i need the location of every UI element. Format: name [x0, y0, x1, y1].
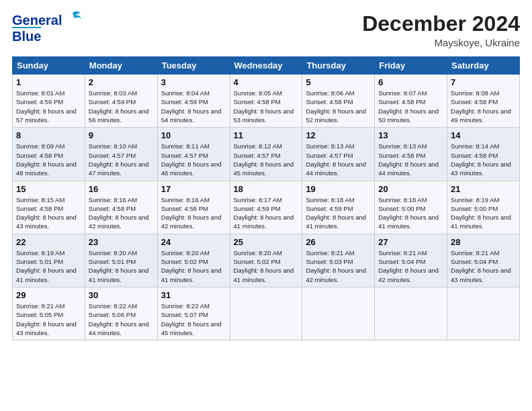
logo-bird-icon — [63, 9, 82, 28]
calendar-cell: 17 Sunrise: 8:16 AMSunset: 4:58 PMDaylig… — [157, 181, 230, 234]
calendar-cell: 20 Sunrise: 8:18 AMSunset: 5:00 PMDaylig… — [375, 181, 447, 234]
calendar-week-row: 22 Sunrise: 8:19 AMSunset: 5:01 PMDaylig… — [13, 234, 520, 287]
day-number: 26 — [306, 237, 371, 247]
day-number: 16 — [89, 184, 154, 194]
cell-info: Sunrise: 8:22 AMSunset: 5:06 PMDaylight:… — [89, 302, 149, 336]
calendar-cell: 21 Sunrise: 8:19 AMSunset: 5:00 PMDaylig… — [447, 181, 520, 234]
day-number: 11 — [234, 130, 299, 140]
calendar-cell — [447, 287, 520, 340]
day-number: 28 — [451, 237, 516, 247]
cell-info: Sunrise: 8:17 AMSunset: 4:59 PMDaylight:… — [234, 196, 294, 230]
day-number: 20 — [378, 184, 443, 194]
day-number: 4 — [234, 77, 299, 87]
day-number: 27 — [378, 237, 443, 247]
col-sunday: Sunday — [13, 57, 85, 75]
calendar-cell: 15 Sunrise: 8:15 AMSunset: 4:58 PMDaylig… — [13, 181, 85, 234]
cell-info: Sunrise: 8:03 AMSunset: 4:59 PMDaylight:… — [89, 89, 149, 124]
cell-info: Sunrise: 8:08 AMSunset: 4:58 PMDaylight:… — [451, 89, 511, 124]
day-number: 15 — [16, 184, 81, 194]
col-monday: Monday — [85, 57, 157, 75]
cell-info: Sunrise: 8:12 AMSunset: 4:57 PMDaylight:… — [234, 142, 294, 177]
calendar-cell: 12 Sunrise: 8:13 AMSunset: 4:57 PMDaylig… — [302, 128, 375, 181]
cell-info: Sunrise: 8:01 AMSunset: 4:59 PMDaylight:… — [16, 89, 77, 124]
day-number: 18 — [234, 184, 299, 194]
cell-info: Sunrise: 8:13 AMSunset: 4:57 PMDaylight:… — [306, 142, 366, 177]
calendar-cell: 26 Sunrise: 8:21 AMSunset: 5:03 PMDaylig… — [302, 234, 375, 287]
cell-info: Sunrise: 8:13 AMSunset: 4:58 PMDaylight:… — [378, 142, 439, 177]
day-number: 22 — [16, 237, 81, 247]
page: General Blue December 2024 Mayskoye, Ukr… — [0, 0, 532, 411]
day-number: 21 — [451, 184, 516, 194]
calendar-cell — [230, 287, 302, 340]
calendar-cell: 13 Sunrise: 8:13 AMSunset: 4:58 PMDaylig… — [375, 128, 447, 181]
cell-info: Sunrise: 8:19 AMSunset: 5:01 PMDaylight:… — [16, 249, 77, 283]
day-number: 30 — [89, 290, 154, 300]
cell-info: Sunrise: 8:16 AMSunset: 4:58 PMDaylight:… — [161, 196, 222, 230]
cell-info: Sunrise: 8:10 AMSunset: 4:57 PMDaylight:… — [89, 142, 149, 177]
col-thursday: Thursday — [302, 57, 375, 75]
col-tuesday: Tuesday — [157, 57, 230, 75]
cell-info: Sunrise: 8:07 AMSunset: 4:58 PMDaylight:… — [378, 89, 439, 124]
cell-info: Sunrise: 8:06 AMSunset: 4:58 PMDaylight:… — [306, 89, 366, 124]
logo-text: General — [12, 13, 62, 28]
cell-info: Sunrise: 8:22 AMSunset: 5:07 PMDaylight:… — [161, 302, 222, 336]
calendar-cell: 2 Sunrise: 8:03 AMSunset: 4:59 PMDayligh… — [85, 75, 157, 128]
calendar-week-row: 15 Sunrise: 8:15 AMSunset: 4:58 PMDaylig… — [13, 181, 520, 234]
cell-info: Sunrise: 8:20 AMSunset: 5:01 PMDaylight:… — [89, 249, 149, 283]
day-number: 5 — [306, 77, 371, 87]
calendar-cell: 6 Sunrise: 8:07 AMSunset: 4:58 PMDayligh… — [375, 75, 447, 128]
calendar-cell: 22 Sunrise: 8:19 AMSunset: 5:01 PMDaylig… — [13, 234, 85, 287]
calendar-cell: 4 Sunrise: 8:05 AMSunset: 4:58 PMDayligh… — [230, 75, 302, 128]
calendar-cell: 5 Sunrise: 8:06 AMSunset: 4:58 PMDayligh… — [302, 75, 375, 128]
calendar-week-row: 8 Sunrise: 8:09 AMSunset: 4:58 PMDayligh… — [13, 128, 520, 181]
title-block: December 2024 Mayskoye, Ukraine — [362, 12, 520, 48]
cell-info: Sunrise: 8:11 AMSunset: 4:57 PMDaylight:… — [161, 142, 222, 177]
cell-info: Sunrise: 8:19 AMSunset: 5:00 PMDaylight:… — [451, 196, 511, 230]
calendar-cell: 7 Sunrise: 8:08 AMSunset: 4:58 PMDayligh… — [447, 75, 520, 128]
calendar-cell: 30 Sunrise: 8:22 AMSunset: 5:06 PMDaylig… — [85, 287, 157, 340]
day-number: 17 — [161, 184, 226, 194]
day-number: 14 — [451, 130, 516, 140]
calendar-cell: 28 Sunrise: 8:21 AMSunset: 5:04 PMDaylig… — [447, 234, 520, 287]
calendar-cell — [375, 287, 447, 340]
logo: General Blue — [12, 12, 82, 44]
calendar-week-row: 29 Sunrise: 8:21 AMSunset: 5:05 PMDaylig… — [13, 287, 520, 340]
cell-info: Sunrise: 8:16 AMSunset: 4:58 PMDaylight:… — [89, 196, 149, 230]
calendar-cell: 24 Sunrise: 8:20 AMSunset: 5:02 PMDaylig… — [157, 234, 230, 287]
calendar-cell: 31 Sunrise: 8:22 AMSunset: 5:07 PMDaylig… — [157, 287, 230, 340]
col-wednesday: Wednesday — [230, 57, 302, 75]
cell-info: Sunrise: 8:15 AMSunset: 4:58 PMDaylight:… — [16, 196, 77, 230]
calendar-cell: 14 Sunrise: 8:14 AMSunset: 4:58 PMDaylig… — [447, 128, 520, 181]
cell-info: Sunrise: 8:14 AMSunset: 4:58 PMDaylight:… — [451, 142, 511, 177]
day-number: 10 — [161, 130, 226, 140]
cell-info: Sunrise: 8:21 AMSunset: 5:03 PMDaylight:… — [306, 249, 366, 283]
calendar-cell: 11 Sunrise: 8:12 AMSunset: 4:57 PMDaylig… — [230, 128, 302, 181]
calendar-cell: 27 Sunrise: 8:21 AMSunset: 5:04 PMDaylig… — [375, 234, 447, 287]
calendar-cell — [302, 287, 375, 340]
cell-info: Sunrise: 8:18 AMSunset: 5:00 PMDaylight:… — [378, 196, 439, 230]
day-number: 29 — [16, 290, 81, 300]
calendar-header-row: Sunday Monday Tuesday Wednesday Thursday… — [13, 57, 520, 75]
day-number: 31 — [161, 290, 226, 300]
location: Mayskoye, Ukraine — [362, 37, 520, 48]
calendar-cell: 16 Sunrise: 8:16 AMSunset: 4:58 PMDaylig… — [85, 181, 157, 234]
cell-info: Sunrise: 8:20 AMSunset: 5:02 PMDaylight:… — [161, 249, 222, 283]
col-saturday: Saturday — [447, 57, 520, 75]
day-number: 12 — [306, 130, 371, 140]
cell-info: Sunrise: 8:21 AMSunset: 5:04 PMDaylight:… — [378, 249, 439, 283]
cell-info: Sunrise: 8:21 AMSunset: 5:04 PMDaylight:… — [451, 249, 511, 283]
day-number: 19 — [306, 184, 371, 194]
calendar-week-row: 1 Sunrise: 8:01 AMSunset: 4:59 PMDayligh… — [13, 75, 520, 128]
day-number: 9 — [89, 130, 154, 140]
calendar-cell: 10 Sunrise: 8:11 AMSunset: 4:57 PMDaylig… — [157, 128, 230, 181]
header: General Blue December 2024 Mayskoye, Ukr… — [12, 12, 520, 48]
day-number: 23 — [89, 237, 154, 247]
day-number: 8 — [16, 130, 81, 140]
day-number: 13 — [378, 130, 443, 140]
cell-info: Sunrise: 8:05 AMSunset: 4:58 PMDaylight:… — [234, 89, 294, 124]
cell-info: Sunrise: 8:18 AMSunset: 4:59 PMDaylight:… — [306, 196, 366, 230]
cell-info: Sunrise: 8:09 AMSunset: 4:58 PMDaylight:… — [16, 142, 77, 177]
day-number: 6 — [378, 77, 443, 87]
logo-subtext: Blue — [12, 27, 41, 44]
calendar-cell: 18 Sunrise: 8:17 AMSunset: 4:59 PMDaylig… — [230, 181, 302, 234]
